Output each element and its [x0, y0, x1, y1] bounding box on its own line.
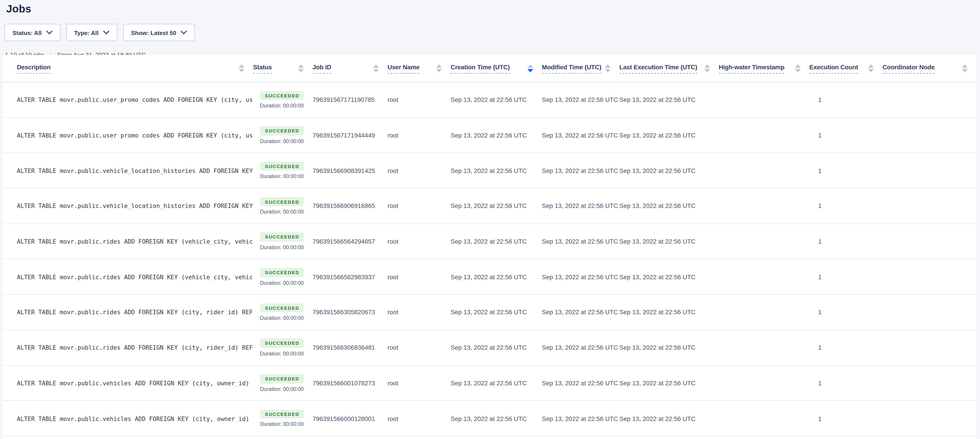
modified-time-cell: Sep 13, 2022 at 22:56 UTC: [542, 238, 619, 245]
column-header-execution-count[interactable]: Execution Count: [810, 55, 883, 82]
table-row: ALTER TABLE movr.public.vehicle_location…: [3, 153, 976, 189]
sort-icon[interactable]: [795, 64, 801, 73]
sort-icon[interactable]: [704, 64, 710, 73]
execution-count-cell: 1: [810, 379, 883, 387]
job-description-cell: ALTER TABLE movr.public.vehicles ADD FOR…: [3, 415, 253, 422]
user-name-cell: root: [387, 273, 450, 281]
job-status-cell: SUCCEEDED Duration: 00:00:00: [253, 162, 312, 180]
creation-time-cell: Sep 13, 2022 at 22:56 UTC: [450, 238, 542, 245]
status-badge: SUCCEEDED: [260, 162, 304, 171]
job-id-cell: 796391566564294657: [312, 238, 387, 245]
job-description-cell: ALTER TABLE movr.public.vehicle_location…: [3, 203, 253, 209]
table-body: ALTER TABLE movr.public.user_promo_codes…: [3, 82, 976, 437]
column-header-job-id[interactable]: Job ID: [312, 55, 387, 82]
filter-bar: Status: All Type: All Show: Latest 50: [5, 24, 980, 41]
column-header-status[interactable]: Status: [253, 55, 312, 82]
sort-icon[interactable]: [527, 64, 533, 73]
job-description: ALTER TABLE movr.public.vehicle_location…: [17, 167, 253, 174]
modified-time-cell: Sep 13, 2022 at 22:56 UTC: [542, 379, 619, 387]
status-badge: SUCCEEDED: [260, 197, 304, 206]
jobs-table: Description Status Job ID User Name Crea…: [3, 55, 976, 439]
job-status-cell: SUCCEEDED Duration: 00:00:00: [253, 303, 312, 321]
user-name-cell: root: [387, 203, 450, 209]
user-name-cell: root: [387, 238, 450, 245]
user-name-cell: root: [387, 309, 450, 316]
sort-icon[interactable]: [298, 64, 304, 73]
execution-count-cell: 1: [810, 273, 883, 281]
last-execution-time-cell: Sep 13, 2022 at 22:56 UTC: [619, 132, 719, 139]
job-status-cell: SUCCEEDED Duration: 00:00:00: [253, 268, 312, 286]
modified-time-cell: Sep 13, 2022 at 22:56 UTC: [542, 203, 619, 209]
sort-icon[interactable]: [436, 64, 442, 73]
sort-icon[interactable]: [373, 64, 379, 73]
user-name-cell: root: [387, 344, 450, 351]
job-description-cell: ALTER TABLE movr.public.rides ADD FOREIG…: [3, 309, 253, 316]
status-badge: SUCCEEDED: [260, 410, 304, 419]
sort-icon[interactable]: [868, 64, 873, 73]
job-description: ALTER TABLE movr.public.rides ADD FOREIG…: [17, 238, 253, 245]
user-name-cell: root: [387, 132, 450, 139]
last-execution-time-cell: Sep 13, 2022 at 22:56 UTC: [619, 344, 719, 351]
job-status-cell: SUCCEEDED Duration: 00:00:00: [253, 233, 312, 250]
status-badge: SUCCEEDED: [260, 126, 304, 135]
table-row: ALTER TABLE movr.public.rides ADD FOREIG…: [3, 330, 976, 366]
job-duration: Duration: 00:00:00: [260, 173, 304, 180]
column-header-creation-time[interactable]: Creation Time (UTC): [450, 55, 542, 82]
modified-time-cell: Sep 13, 2022 at 22:56 UTC: [542, 344, 619, 351]
column-header-coordinator-node[interactable]: Coordinator Node: [883, 55, 976, 82]
column-header-user-name[interactable]: User Name: [387, 55, 450, 82]
job-duration: Duration: 00:00:00: [260, 209, 304, 215]
column-header-high-water-timestamp[interactable]: High-water Timestamp: [719, 55, 810, 82]
execution-count-cell: 1: [810, 203, 883, 209]
execution-count-cell: 1: [810, 344, 883, 351]
user-name-cell: root: [387, 97, 450, 103]
page-title: Jobs: [0, 0, 980, 16]
column-header-modified-time[interactable]: Modified Time (UTC): [542, 55, 619, 82]
job-duration: Duration: 00:00:00: [260, 244, 304, 250]
job-id-cell: 796391566305820673: [312, 309, 387, 316]
execution-count-cell: 1: [810, 309, 883, 316]
job-description: ALTER TABLE movr.public.user_promo_codes…: [17, 97, 253, 103]
job-status-cell: SUCCEEDED Duration: 00:00:00: [253, 197, 312, 215]
execution-count-cell: 1: [810, 238, 883, 245]
job-description-cell: ALTER TABLE movr.public.user_promo_codes…: [3, 97, 253, 103]
creation-time-cell: Sep 13, 2022 at 22:56 UTC: [450, 344, 542, 351]
creation-time-cell: Sep 13, 2022 at 22:56 UTC: [450, 309, 542, 316]
job-id-cell: 796391566906916865: [312, 203, 387, 209]
sort-icon[interactable]: [962, 64, 967, 73]
job-status-cell: SUCCEEDED Duration: 00:00:00: [253, 126, 312, 144]
type-filter-dropdown[interactable]: Type: All: [66, 24, 117, 41]
column-header-last-execution-time[interactable]: Last Execution Time (UTC): [619, 55, 719, 82]
show-filter-dropdown[interactable]: Show: Latest 50: [123, 24, 195, 41]
creation-time-cell: Sep 13, 2022 at 22:56 UTC: [450, 203, 542, 209]
job-id-cell: 796391566000128001: [312, 415, 387, 422]
job-description: ALTER TABLE movr.public.user_promo_codes…: [17, 132, 253, 139]
job-description: ALTER TABLE movr.public.vehicle_location…: [17, 203, 253, 209]
execution-count-cell: 1: [810, 97, 883, 103]
execution-count-cell: 1: [810, 167, 883, 174]
last-execution-time-cell: Sep 13, 2022 at 22:56 UTC: [619, 309, 719, 316]
chevron-down-icon: [46, 30, 52, 34]
job-description-cell: ALTER TABLE movr.public.rides ADD FOREIG…: [3, 273, 253, 281]
job-duration: Duration: 00:00:00: [260, 103, 304, 109]
modified-time-cell: Sep 13, 2022 at 22:56 UTC: [542, 97, 619, 103]
last-execution-time-cell: Sep 13, 2022 at 22:56 UTC: [619, 379, 719, 387]
job-description-cell: ALTER TABLE movr.public.rides ADD FOREIG…: [3, 344, 253, 351]
sort-icon[interactable]: [239, 64, 244, 73]
status-badge: SUCCEEDED: [260, 233, 304, 242]
job-description: ALTER TABLE movr.public.rides ADD FOREIG…: [17, 344, 253, 351]
table-row: ALTER TABLE movr.public.vehicle_location…: [3, 189, 976, 224]
job-id-cell: 796391566562983937: [312, 273, 387, 281]
status-badge: SUCCEEDED: [260, 91, 304, 100]
creation-time-cell: Sep 13, 2022 at 22:56 UTC: [450, 97, 542, 103]
chevron-down-icon: [181, 30, 187, 34]
sort-icon[interactable]: [605, 64, 611, 73]
column-header-description[interactable]: Description: [3, 55, 253, 82]
user-name-cell: root: [387, 379, 450, 387]
creation-time-cell: Sep 13, 2022 at 22:56 UTC: [450, 379, 542, 387]
job-duration: Duration: 00:00:00: [260, 138, 304, 144]
execution-count-cell: 1: [810, 415, 883, 422]
job-id-cell: 796391566306836481: [312, 344, 387, 351]
status-filter-dropdown[interactable]: Status: All: [5, 24, 60, 41]
type-filter-label: Type: All: [74, 29, 99, 36]
